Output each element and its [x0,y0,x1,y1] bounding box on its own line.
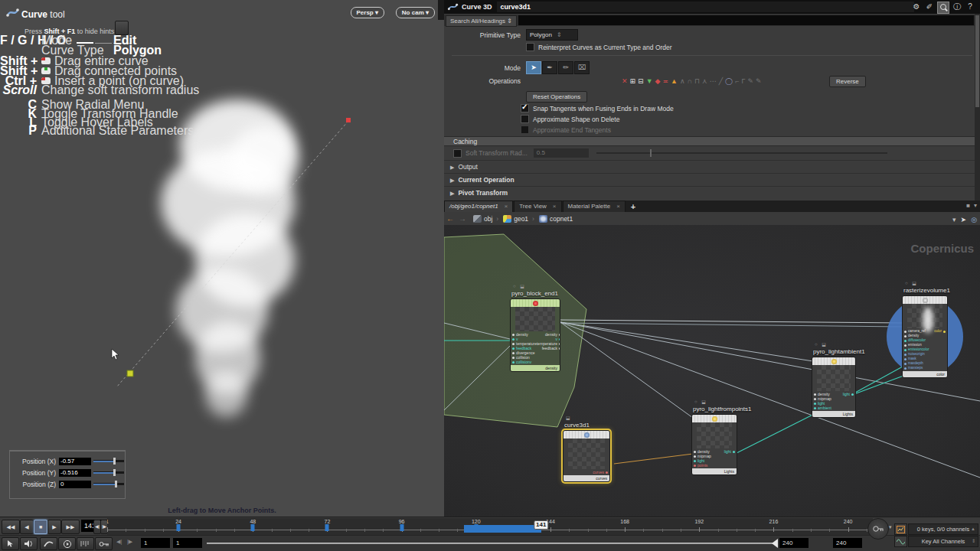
soft-transform-field[interactable]: 0.5 [534,148,589,158]
mode-icon[interactable]: ✏ [558,61,573,74]
back-button[interactable]: ← [446,214,454,223]
range-end-field[interactable]: 240 [833,538,862,548]
playhead[interactable]: 141 [534,520,548,530]
operation-icon[interactable]: ⊓ [694,77,700,86]
key-button[interactable] [867,518,889,540]
tab-material-palette[interactable]: Material Palette× [563,201,626,212]
operation-icon[interactable]: ⊟ [638,77,644,86]
node-flags[interactable]: ○ ⬓ [694,399,707,404]
chevron-down-icon[interactable]: ▾ [974,202,977,209]
audio-icon[interactable] [20,537,38,550]
mode-icon[interactable]: ⌧ [574,61,590,74]
realtime-toggle-icon[interactable] [58,537,76,550]
playbar-menu-icon[interactable] [2,537,19,550]
position-y-input[interactable]: -0.516 [59,469,91,477]
operation-icon[interactable]: Γ [741,77,745,86]
channel-scope-icon[interactable] [894,523,907,535]
range-start-field[interactable]: 1 [141,538,170,548]
playback-start-field[interactable]: 1 [173,538,202,548]
range-slider-thumb[interactable] [772,539,778,548]
position-x-input[interactable]: -0.57 [59,458,91,465]
node-port-color[interactable]: color [934,329,946,334]
key-all-channels-dropdown[interactable]: Key All Channels⇕ [908,536,978,547]
snap-tangents-checkbox[interactable] [521,104,529,112]
lock-icon[interactable]: ⬓ [566,415,572,420]
scene-viewport[interactable]: Curve tool Press Shift + F1 to hide hint… [0,0,444,517]
help-icon[interactable]: ? [965,2,975,12]
node-flags[interactable]: ○ ⬓ [513,283,526,289]
keyframe-marker[interactable] [400,524,403,531]
node-color-bar[interactable] [692,415,737,422]
magnifier-icon[interactable] [937,2,949,14]
node-port-light[interactable]: light [843,392,854,396]
tab-network-path[interactable]: /obj/geo1/copnet1× [444,201,513,212]
node-graph[interactable]: Copernicus ○ ⬓ pyro_b [444,225,980,517]
node-port-maxsteps[interactable]: maxsteps [904,366,929,370]
operation-icon[interactable]: ∧ [680,77,685,86]
operation-icon[interactable]: ▼ [646,77,653,86]
keyframe-marker[interactable] [177,524,181,531]
pin-icon[interactable]: ➤ [961,216,967,223]
output-section[interactable]: ▶Output [444,160,980,173]
go-to-end-button[interactable]: ▶▶ [61,520,80,534]
operation-icon[interactable]: ✎ [756,77,762,86]
breadcrumb-obj[interactable]: obj [484,215,492,223]
node-color-bar[interactable] [511,299,560,307]
pivot-transform-section[interactable]: ▶Pivot Transform [444,186,980,199]
position-y-slider[interactable] [93,471,124,474]
curve-endpoint-red[interactable] [346,118,351,122]
reverse-button[interactable]: Reverse [829,76,866,87]
operation-icon[interactable]: ⋯ [710,77,717,86]
breadcrumb-geo1[interactable]: geo1 [514,215,528,223]
node-port-ambient[interactable]: ambient [814,406,831,410]
operation-icon[interactable]: ⌐ [735,77,739,86]
close-icon[interactable]: × [553,201,557,212]
persp-view-button[interactable]: Persp ▾ [351,7,384,18]
mode-icon[interactable]: ✒ [542,61,557,74]
node-port-points[interactable]: points [694,463,711,468]
node-port-light[interactable]: light [724,449,735,454]
go-to-start-button[interactable]: ◀◀ [2,520,20,534]
reset-operations-button[interactable]: Reset Operations [526,91,587,103]
tab-tree-view[interactable]: Tree View× [514,201,561,212]
operation-icon[interactable]: ◆ [655,77,661,86]
keys-info-box[interactable]: 0 keys, 0/0 channels▲ [908,523,978,535]
node-flags[interactable]: ○ ⬓ [905,280,918,285]
range-slider[interactable] [207,543,775,544]
position-z-slider[interactable] [93,483,124,485]
next-key-button[interactable]: |▶ [127,539,132,545]
operation-icon[interactable]: ∩ [688,77,692,86]
curve-anchor-yellow[interactable] [127,370,133,377]
close-icon[interactable]: × [505,201,508,212]
mode-buttons[interactable]: ➤✒✏⌧ [526,61,590,74]
node-color-bar[interactable] [564,431,609,439]
node-port-curves[interactable]: curves [593,470,608,474]
brush-icon[interactable]: ✐ [924,2,935,12]
soft-transform-checkbox[interactable] [453,149,462,158]
snapshot-icon[interactable]: ◎ [971,216,977,223]
node-color-bar[interactable] [812,357,855,365]
operation-icon[interactable]: ✎ [747,77,753,86]
primitive-type-dropdown[interactable]: Polygon⇕ [526,29,578,41]
params-scrollbar[interactable] [975,14,980,201]
keyframe-marker[interactable] [325,524,329,531]
operation-icon[interactable]: ⋏ [702,77,707,86]
operation-icon[interactable]: ≖ [662,77,668,86]
close-icon[interactable]: × [616,201,620,212]
timeline[interactable]: 124487296120144168192216240141 [107,518,873,535]
play-button[interactable]: ▶ [47,520,61,534]
channel-wave-icon[interactable] [894,536,907,547]
operation-icon[interactable]: ▲ [671,77,678,86]
operation-icon[interactable]: ◯ [725,77,733,86]
search-scope-button[interactable]: Search All/Headings ⇕ [446,15,517,27]
node-name-field[interactable]: curve3d1 [497,2,914,12]
new-tab-button[interactable]: + [626,202,640,212]
operation-icon[interactable]: ╱ [719,77,723,86]
mode-icon[interactable]: ➤ [526,61,541,74]
reinterpret-checkbox[interactable] [526,43,534,51]
approximate-end-tangents-checkbox[interactable] [521,126,529,134]
stop-button[interactable]: ■ [34,520,47,534]
node-flags[interactable]: ○ ⬓ [815,341,828,347]
keyframe-marker[interactable] [251,524,255,531]
chevron-down-icon[interactable]: ▾ [952,216,956,223]
